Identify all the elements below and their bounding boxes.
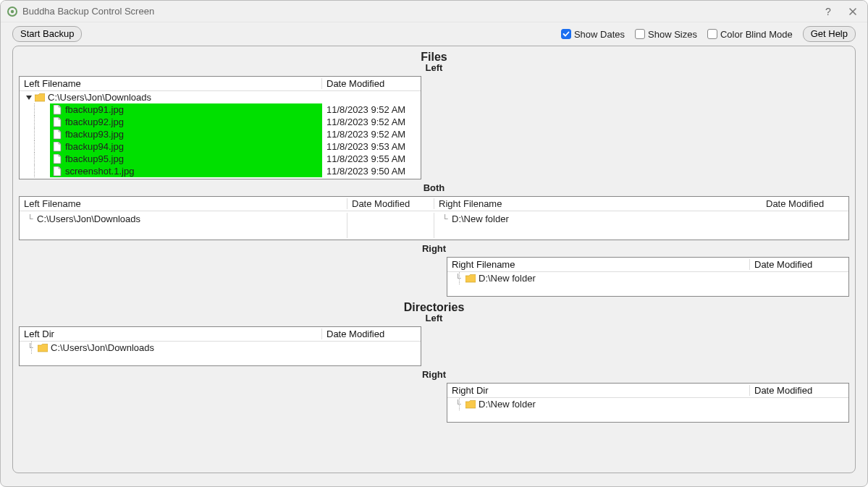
tree-root[interactable]: └ C:\Users\Jon\Downloads: [24, 213, 347, 225]
file-row[interactable]: fbackup93.jpg11/8/2023 9:52 AM: [20, 128, 421, 140]
color-blind-mode-checkbox[interactable]: Color Blind Mode: [707, 29, 793, 40]
tree-branch-icon: └: [24, 342, 37, 354]
header-date-modified[interactable]: Date Modified: [750, 259, 844, 270]
tree-branch-icon: └: [439, 213, 452, 225]
file-icon: [51, 166, 63, 177]
panel-header: Left Dir Date Modified: [20, 327, 421, 342]
get-help-button[interactable]: Get Help: [803, 26, 856, 42]
file-date: 11/8/2023 9:55 AM: [322, 153, 416, 165]
header-left-filename[interactable]: Left Filename: [24, 78, 322, 89]
panel-header: Left Filename Date Modified Right Filena…: [20, 197, 848, 211]
svg-point-1: [11, 9, 14, 12]
tree-branch-icon: └: [452, 398, 465, 410]
file-date: 11/8/2023 9:50 AM: [322, 165, 416, 177]
folder-icon: [465, 400, 476, 409]
checkbox-label: Color Blind Mode: [720, 29, 793, 40]
tree-root-label: C:\Users\Jon\Downloads: [37, 213, 347, 225]
header-date-modified[interactable]: Date Modified: [322, 329, 416, 339]
help-window-button[interactable]: ?: [819, 4, 837, 19]
file-icon: [51, 130, 63, 140]
close-window-button[interactable]: [844, 4, 861, 19]
files-left-panel: Left Filename Date Modified C:\Users\Jon…: [19, 76, 421, 179]
section-dirs-left-title: Left: [19, 313, 849, 323]
file-name: fbackup91.jpg: [65, 103, 322, 116]
header-right-dir[interactable]: Right Dir: [452, 385, 750, 396]
folder-icon: [465, 274, 476, 283]
file-name: fbackup92.jpg: [65, 116, 322, 128]
panel-header: Right Dir Date Modified: [447, 384, 848, 398]
files-both-panel: Left Filename Date Modified Right Filena…: [19, 196, 849, 240]
file-name-cell: screenshot.1.jpg: [50, 165, 322, 177]
panel-header: Left Filename Date Modified: [20, 77, 421, 91]
file-name: fbackup95.jpg: [65, 153, 322, 165]
file-date: 11/8/2023 9:52 AM: [322, 116, 416, 128]
header-left-dir[interactable]: Left Dir: [24, 329, 322, 339]
tree-root-label: C:\Users\Jon\Downloads: [51, 342, 322, 354]
section-dirs-right-title: Right: [19, 369, 849, 380]
panel-header: Right Filename Date Modified: [447, 258, 848, 272]
file-name: fbackup93.jpg: [65, 128, 322, 140]
file-name-cell: fbackup92.jpg: [50, 116, 322, 128]
file-row[interactable]: screenshot.1.jpg11/8/2023 9:50 AM: [20, 165, 421, 177]
file-date: 11/8/2023 9:53 AM: [322, 140, 416, 153]
window-title: Buddha Backup Control Screen: [22, 6, 154, 17]
tree-root[interactable]: └ C:\Users\Jon\Downloads: [20, 342, 421, 354]
app-window: Buddha Backup Control Screen ? Start Bac…: [0, 0, 868, 487]
header-date-modified[interactable]: Date Modified: [762, 198, 848, 209]
section-files-left-title: Left: [19, 62, 849, 73]
checkbox-box: [561, 29, 571, 39]
tree-root[interactable]: └ D:\New folder: [439, 213, 762, 225]
header-date-modified[interactable]: Date Modified: [347, 198, 434, 209]
checkbox-box: [707, 29, 717, 39]
file-icon: [51, 154, 63, 164]
checkbox-label: Show Dates: [574, 29, 625, 40]
panel-body: └ D:\New folder: [447, 398, 848, 422]
tree-root[interactable]: C:\Users\Jon\Downloads: [20, 91, 421, 103]
tree-root-label: C:\Users\Jon\Downloads: [48, 91, 322, 103]
file-icon: [51, 117, 63, 127]
checkbox-box: [635, 29, 645, 39]
file-name-cell: fbackup91.jpg: [50, 103, 322, 116]
folder-icon: [34, 93, 46, 102]
folder-icon: [37, 344, 49, 352]
file-name: screenshot.1.jpg: [65, 165, 322, 177]
tree-branch-icon: └: [452, 272, 465, 284]
file-row[interactable]: fbackup94.jpg11/8/2023 9:53 AM: [20, 140, 421, 153]
tree-root[interactable]: └ D:\New folder: [447, 398, 848, 410]
dirs-right-panel: Right Dir Date Modified └ D:\New folder: [447, 383, 849, 423]
file-row[interactable]: fbackup92.jpg11/8/2023 9:52 AM: [20, 116, 421, 128]
content-frame: Files Left Left Filename Date Modified C…: [12, 46, 856, 473]
section-files-both-title: Both: [19, 182, 849, 193]
tree-root-label: D:\New folder: [479, 398, 750, 410]
file-row[interactable]: fbackup95.jpg11/8/2023 9:55 AM: [20, 153, 421, 165]
file-row[interactable]: fbackup91.jpg11/8/2023 9:52 AM: [20, 103, 421, 116]
panel-body: └ C:\Users\Jon\Downloads: [20, 342, 421, 365]
header-date-modified[interactable]: Date Modified: [322, 78, 416, 89]
tree-root[interactable]: └ D:\New folder: [447, 272, 848, 284]
header-left-filename[interactable]: Left Filename: [20, 198, 347, 209]
tree-root-label: D:\New folder: [479, 272, 750, 284]
panel-body: └ C:\Users\Jon\Downloads └ D:\New folder: [20, 211, 848, 240]
tree-root-label: D:\New folder: [452, 213, 762, 225]
header-right-filename[interactable]: Right Filename: [434, 198, 762, 209]
panel-body: └ D:\New folder: [447, 272, 848, 296]
tree-branch-icon: └: [24, 213, 37, 225]
file-icon: [51, 142, 63, 152]
toolbar: Start Backup Show Dates Show Sizes Color…: [1, 22, 867, 46]
file-name: fbackup94.jpg: [65, 140, 322, 153]
checkbox-label: Show Sizes: [648, 29, 697, 40]
header-right-filename[interactable]: Right Filename: [452, 259, 750, 270]
file-date: 11/8/2023 9:52 AM: [322, 128, 416, 140]
start-backup-button[interactable]: Start Backup: [12, 26, 82, 42]
header-date-modified[interactable]: Date Modified: [750, 385, 844, 396]
file-icon: [51, 105, 63, 115]
file-name-cell: fbackup94.jpg: [50, 140, 322, 153]
section-files-right-title: Right: [19, 243, 849, 254]
show-sizes-checkbox[interactable]: Show Sizes: [635, 29, 697, 40]
panel-body: C:\Users\Jon\Downloads fbackup91.jpg11/8…: [20, 91, 421, 179]
titlebar: Buddha Backup Control Screen ?: [1, 1, 867, 22]
expand-toggle-icon[interactable]: [24, 94, 34, 101]
file-date: 11/8/2023 9:52 AM: [322, 103, 416, 116]
dirs-left-panel: Left Dir Date Modified └ C:\Users\Jon\Do…: [19, 326, 421, 366]
show-dates-checkbox[interactable]: Show Dates: [561, 29, 625, 40]
